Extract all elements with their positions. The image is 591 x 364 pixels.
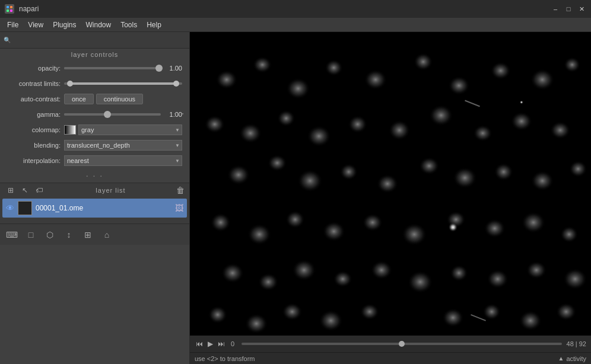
svg-point-32 [494, 163, 513, 181]
svg-point-27 [297, 170, 322, 192]
opacity-slider[interactable] [64, 67, 161, 69]
svg-point-49 [371, 261, 392, 280]
svg-point-58 [319, 310, 343, 331]
svg-point-8 [325, 59, 343, 76]
interpolation-row: interpolation: nearest linear cubic [0, 153, 189, 168]
layer-list-header: ⊞ ↖ 🏷 layer list 🗑 [0, 183, 189, 197]
microscopy-svg [190, 32, 591, 336]
layer-list-section: ⊞ ↖ 🏷 layer list 🗑 👁 00001_01.ome 🖼 [0, 183, 189, 223]
frame-slider-thumb[interactable] [399, 341, 405, 347]
three-dot-handle[interactable]: ⋮ [173, 108, 186, 121]
svg-point-5 [216, 70, 237, 89]
resize-dots: · · · [86, 171, 103, 180]
activity-section: ▲ activity [558, 355, 586, 362]
svg-point-19 [348, 116, 367, 133]
colormap-dropdown-wrapper: gray viridis plasma [78, 124, 182, 135]
frame-end-button[interactable]: ⏭ [217, 339, 226, 349]
svg-rect-3 [10, 9, 12, 12]
menu-item-tools[interactable]: Tools [116, 20, 142, 30]
svg-point-54 [563, 269, 587, 290]
svg-point-13 [530, 69, 554, 90]
menu-item-help[interactable]: Help [142, 20, 166, 30]
menu-item-file[interactable]: File [2, 20, 23, 30]
blending-select[interactable]: translucent_no_depth translucent additiv… [64, 140, 182, 151]
layer-controls-title: layer controls [0, 49, 189, 60]
svg-point-51 [450, 265, 468, 282]
svg-point-36 [247, 223, 271, 245]
main-layout: 🔍 layer controls opacity: 1.00 contrast … [0, 32, 591, 364]
contrast-control [64, 82, 182, 85]
menu-item-view[interactable]: View [23, 20, 48, 30]
svg-point-33 [531, 171, 554, 191]
auto-contrast-once-button[interactable]: once [64, 94, 94, 104]
colormap-select[interactable]: gray viridis plasma [78, 124, 182, 135]
menu-item-plugins[interactable]: Plugins [48, 20, 81, 30]
rectangle-button[interactable]: □ [24, 228, 38, 242]
svg-point-34 [569, 161, 587, 177]
gamma-control: 1.00 [64, 111, 182, 118]
layer-thumbnail [18, 201, 32, 215]
frame-start-label: 0 [231, 340, 234, 347]
grid-button[interactable]: ⊞ [81, 228, 95, 242]
auto-contrast-label: auto-contrast: [7, 95, 61, 103]
svg-point-44 [560, 226, 578, 242]
interpolation-dropdown-wrapper: nearest linear cubic [64, 155, 182, 166]
microscopy-viewport[interactable] [190, 32, 591, 336]
minimize-button[interactable]: – [551, 4, 560, 14]
layer-list-bottom-padding [0, 219, 189, 223]
svg-point-10 [414, 53, 433, 71]
search-input[interactable] [13, 37, 186, 44]
maximize-button[interactable]: □ [564, 4, 573, 14]
resize-handle[interactable]: · · · [0, 168, 189, 183]
gamma-slider[interactable] [64, 113, 161, 116]
menu-item-window[interactable]: Window [81, 20, 116, 30]
svg-point-59 [360, 304, 379, 320]
interpolation-select[interactable]: nearest linear cubic [64, 155, 182, 166]
grid-icon-button[interactable]: ⊞ [5, 184, 17, 196]
play-button[interactable]: ▶ [206, 339, 214, 349]
status-bar: use <2> to transform ▲ activity [190, 352, 591, 364]
title-bar: napari – □ ✕ [0, 0, 591, 18]
svg-point-56 [245, 314, 268, 334]
search-icon: 🔍 [4, 37, 11, 43]
flip-button[interactable]: ↕ [62, 228, 76, 242]
cursor-icon-button[interactable]: ↖ [19, 184, 31, 196]
svg-point-25 [227, 165, 250, 185]
bottom-toolbar: ⌨ □ ⬡ ↕ ⊞ ⌂ [0, 223, 189, 245]
layer-item[interactable]: 👁 00001_01.ome 🖼 [2, 199, 187, 218]
colormap-row: colormap: gray viridis plasma [0, 122, 189, 138]
contrast-label: contrast limits: [7, 80, 61, 87]
console-button[interactable]: ⌨ [5, 228, 19, 242]
app-icon [5, 4, 14, 14]
close-button[interactable]: ✕ [577, 4, 586, 14]
layer-type-icon: 🖼 [175, 203, 183, 213]
home-button[interactable]: ⌂ [100, 228, 114, 242]
activity-icon: ▲ [558, 355, 564, 362]
svg-point-48 [333, 271, 352, 288]
svg-point-6 [253, 56, 272, 73]
svg-point-29 [377, 174, 398, 193]
svg-point-63 [556, 303, 576, 321]
interpolation-label: interpolation: [7, 157, 61, 164]
svg-rect-2 [7, 9, 9, 12]
opacity-row: opacity: 1.00 [0, 60, 189, 76]
gamma-row: gamma: 1.00 [0, 107, 189, 122]
tag-icon-button[interactable]: 🏷 [33, 184, 45, 196]
layer-name-label: 00001_01.ome [36, 204, 171, 212]
3d-button[interactable]: ⬡ [43, 228, 57, 242]
svg-point-30 [419, 157, 439, 175]
window-controls: – □ ✕ [551, 4, 586, 14]
layer-visibility-icon[interactable]: 👁 [6, 203, 14, 213]
svg-point-66 [448, 222, 457, 232]
delete-layer-button[interactable]: 🗑 [176, 186, 185, 195]
svg-point-26 [268, 155, 287, 171]
svg-point-7 [286, 78, 310, 99]
svg-point-37 [285, 210, 304, 228]
svg-point-62 [519, 311, 542, 331]
opacity-label: opacity: [7, 65, 61, 72]
frame-slider[interactable] [242, 343, 561, 345]
auto-contrast-continuous-button[interactable]: continuous [96, 94, 143, 104]
frame-start-button[interactable]: ⏮ [195, 339, 204, 349]
contrast-slider[interactable] [64, 82, 182, 85]
svg-point-46 [258, 273, 278, 291]
